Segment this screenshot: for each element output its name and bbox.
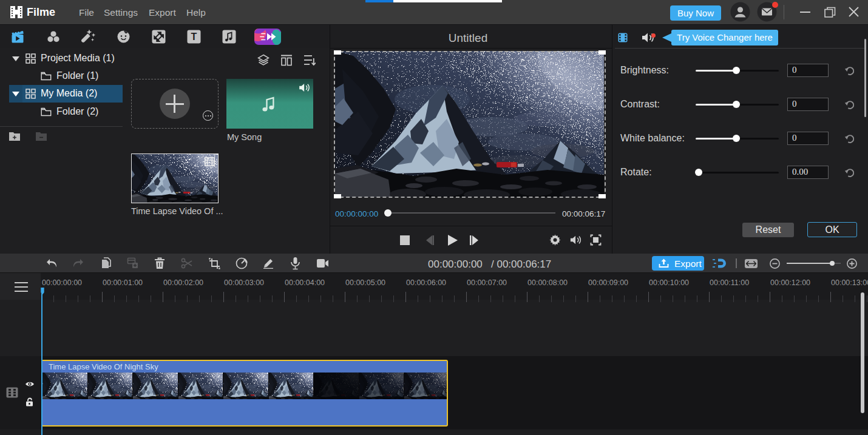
- svg-text:T: T: [191, 32, 197, 42]
